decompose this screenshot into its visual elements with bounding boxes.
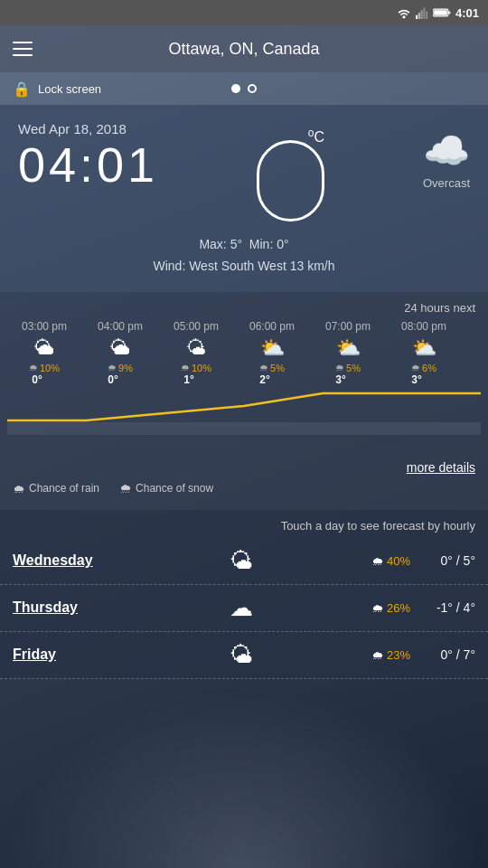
more-details-button[interactable]: more details	[407, 460, 475, 475]
day-temps-2: 0° / 7°	[421, 647, 475, 662]
wifi-icon	[397, 6, 411, 19]
max-min-temp: Max: 5° Min: 0°	[18, 234, 470, 256]
hour-col-4: 07:00 pm ⛅ 🌧 5%	[311, 320, 385, 373]
dot-1	[231, 84, 240, 93]
status-bar: 4:01	[0, 0, 488, 25]
day-name-2: Friday	[13, 646, 112, 663]
hour-icon-0: 🌥	[34, 336, 54, 360]
wind-info: Wind: West South West 13 km/h	[18, 256, 470, 278]
hour-rain-4: 🌧 5%	[335, 363, 361, 373]
rain-pct-4: 5%	[346, 363, 361, 373]
day-right-1: 🌧 26% -1° / 4°	[371, 600, 475, 615]
hour-icon-1: 🌥	[110, 336, 130, 360]
hourly-forecast-card: 24 hours next 03:00 pm 🌥 🌧 10% 04:00 pm …	[0, 292, 488, 510]
rain-icon-1: 🌧	[108, 363, 117, 373]
daily-forecast-section: Touch a day to see forecast by hourly We…	[0, 510, 488, 679]
temp-label-0: 0°	[0, 373, 74, 386]
hour-time-4: 07:00 pm	[325, 320, 371, 333]
temp-label-3: 2°	[228, 373, 302, 386]
svg-rect-4	[426, 12, 427, 19]
clock-display: 04:01	[18, 140, 158, 189]
day-precip-1: 🌧 26%	[371, 601, 410, 615]
hour-rain-0: 🌧 10%	[29, 363, 60, 373]
lock-screen-row: 🔒 Lock screen	[0, 72, 488, 105]
signal-icon	[416, 6, 428, 19]
rain-pct-5: 6%	[422, 363, 436, 373]
zero-temp-circle	[257, 140, 324, 222]
condition-label: Overcast	[423, 176, 470, 190]
svg-rect-2	[421, 10, 423, 19]
rain-pct-1: 9%	[118, 363, 133, 373]
day-precip-0: 🌧 40%	[371, 554, 410, 568]
location-title: Ottawa, ON, Canada	[168, 40, 319, 59]
legend-row: 🌧 Chance of rain 🌨 Chance of snow	[0, 482, 488, 503]
rain-pct-3: 5%	[270, 363, 285, 373]
temp-graph-svg	[7, 386, 481, 422]
svg-rect-6	[448, 11, 450, 14]
touch-hint: Touch a day to see forecast by hourly	[0, 510, 488, 538]
hour-col-3: 06:00 pm ⛅ 🌧 5%	[235, 320, 309, 373]
day-name-0: Wednesday	[13, 552, 112, 569]
hour-time-3: 06:00 pm	[249, 320, 295, 333]
svg-rect-3	[423, 7, 425, 19]
status-icons: 4:01	[397, 6, 479, 20]
hour-rain-1: 🌧 9%	[108, 363, 133, 373]
hour-col-0: 03:00 pm 🌥 🌧 10%	[7, 320, 81, 373]
temp-unit: oC	[308, 127, 324, 146]
hour-time-1: 04:00 pm	[98, 320, 143, 333]
rain-icon-0: 🌧	[29, 363, 38, 373]
rain-pct-2: 10%	[192, 363, 211, 373]
day-right-0: 🌧 40% 0° / 5°	[371, 553, 475, 568]
menu-button[interactable]	[13, 42, 33, 56]
weather-top-section: Wed Apr 18, 2018 04:01 oC ☁️ Overcast	[18, 121, 470, 222]
temp-labels-row: 0°0°1°2°3°3°	[0, 373, 488, 386]
day-row-1[interactable]: Thursday ☁ 🌧 26% -1° / 4°	[0, 585, 488, 632]
hourly-scroll[interactable]: 03:00 pm 🌥 🌧 10% 04:00 pm 🌥 🌧 9% 05:00 p…	[0, 320, 488, 373]
temp-label-1: 0°	[76, 373, 150, 386]
rain-legend-icon: 🌧	[13, 482, 24, 495]
temp-label-2: 1°	[152, 373, 226, 386]
day-name-1: Thursday	[13, 599, 112, 616]
day-precip-2: 🌧 23%	[371, 648, 410, 662]
svg-rect-0	[416, 15, 418, 19]
day-icon-2: 🌤	[112, 641, 371, 669]
daily-rows: Wednesday 🌤 🌧 40% 0° / 5° Thursday ☁ 🌧 2…	[0, 538, 488, 679]
date-display: Wed Apr 18, 2018	[18, 121, 158, 137]
hour-time-0: 03:00 pm	[22, 320, 67, 333]
hour-time-5: 08:00 pm	[401, 320, 446, 333]
day-precip-pct-0: 40%	[387, 554, 410, 568]
hour-time-2: 05:00 pm	[174, 320, 219, 333]
svg-rect-7	[434, 10, 447, 14]
day-rain-icon-0: 🌧	[371, 554, 383, 568]
legend-snow: 🌨 Chance of snow	[119, 482, 213, 495]
temp-display-section: oC	[257, 127, 324, 222]
hour-rain-5: 🌧 6%	[411, 363, 436, 373]
day-rain-icon-2: 🌧	[371, 648, 383, 662]
temp-graph	[0, 386, 488, 458]
dot-2	[248, 84, 257, 93]
day-row-0[interactable]: Wednesday 🌤 🌧 40% 0° / 5°	[0, 538, 488, 585]
hour-col-2: 05:00 pm 🌤 🌧 10%	[159, 320, 233, 373]
rain-icon-3: 🌧	[259, 363, 268, 373]
hour-icon-5: ⛅	[412, 336, 436, 360]
hour-icon-2: 🌤	[186, 336, 206, 360]
hourly-header: 24 hours next	[0, 301, 488, 315]
rain-icon-2: 🌧	[181, 363, 190, 373]
day-right-2: 🌧 23% 0° / 7°	[371, 647, 475, 662]
snow-legend-icon: 🌨	[119, 482, 131, 495]
hour-rain-3: 🌧 5%	[259, 363, 285, 373]
day-icon-0: 🌤	[112, 547, 371, 575]
hour-col-1: 04:00 pm 🌥 🌧 9%	[83, 320, 157, 373]
day-precip-pct-2: 23%	[387, 648, 410, 662]
day-icon-1: ☁	[112, 594, 371, 622]
day-temps-0: 0° / 5°	[421, 553, 475, 568]
condition-section: ☁️ Overcast	[423, 128, 470, 190]
battery-icon	[433, 7, 451, 18]
app-header: Ottawa, ON, Canada	[0, 25, 488, 72]
temp-label-5: 3°	[380, 373, 454, 386]
time-display: 4:01	[455, 6, 479, 20]
condition-icon: ☁️	[423, 128, 470, 173]
day-row-2[interactable]: Friday 🌤 🌧 23% 0° / 7°	[0, 632, 488, 679]
hour-rain-2: 🌧 10%	[181, 363, 211, 373]
snow-legend-label: Chance of snow	[136, 482, 213, 495]
